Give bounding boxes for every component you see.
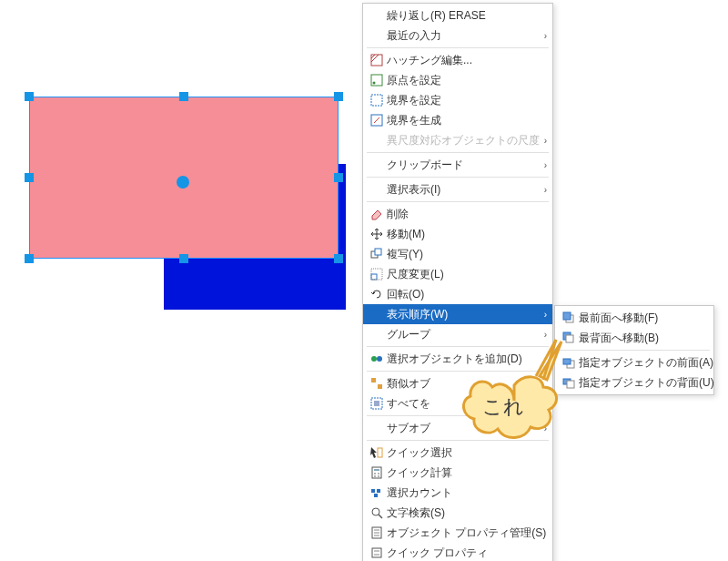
grip-handle[interactable]	[179, 92, 188, 101]
properties-icon	[367, 525, 387, 540]
menu-item-group[interactable]: グループ ›	[363, 324, 552, 344]
menu-item-select-similar[interactable]: 類似オブ	[363, 373, 552, 393]
chevron-right-icon: ›	[540, 136, 547, 146]
menu-item-annotative-scale: 異尺度対応オブジェクトの尺度 ›	[363, 130, 552, 150]
menu-separator	[367, 346, 549, 347]
svg-point-21	[378, 473, 379, 474]
menu-label: 移動(M)	[387, 227, 547, 242]
menu-separator	[367, 415, 549, 416]
menu-label: 原点を設定	[387, 73, 547, 88]
menu-separator	[367, 177, 549, 178]
menu-label: 境界を設定	[387, 93, 547, 108]
grip-handle[interactable]	[334, 92, 343, 101]
menu-label: オブジェクト プロパティ管理(S)	[387, 525, 547, 541]
svg-rect-13	[371, 378, 376, 382]
svg-rect-19	[374, 469, 379, 471]
context-menu: 繰り返し(R) ERASE 最近の入力 › ハッチング編集... 原点を設定 境…	[362, 3, 553, 561]
submenu-item-send-below[interactable]: 指定オブジェクトの背面(U)	[555, 372, 713, 393]
grip-handle[interactable]	[25, 254, 34, 263]
grip-handle[interactable]	[179, 254, 188, 263]
send-below-icon	[559, 375, 579, 390]
menu-item-clipboard[interactable]: クリップボード ›	[363, 155, 552, 175]
grip-center[interactable]	[177, 176, 189, 189]
submenu-item-send-back[interactable]: 最背面へ移動(B)	[555, 328, 713, 348]
menu-item-draw-order[interactable]: 表示順序(W) ›	[363, 304, 552, 324]
grip-handle[interactable]	[334, 173, 343, 182]
svg-point-23	[378, 475, 379, 477]
menu-label: クリップボード	[387, 158, 538, 173]
menu-label: サブオブ	[387, 421, 538, 436]
svg-point-27	[372, 508, 379, 515]
menu-item-quick-calc[interactable]: クイック計算	[363, 463, 552, 483]
menu-item-recent-input[interactable]: 最近の入力 ›	[363, 26, 552, 46]
svg-point-20	[374, 473, 376, 474]
menu-separator	[367, 152, 549, 153]
menu-item-set-boundary[interactable]: 境界を設定	[363, 90, 552, 110]
draw-order-submenu: 最前面へ移動(F) 最背面へ移動(B) 指定オブジェクトの前面(A) 指定オブジ…	[554, 305, 714, 395]
menu-item-gen-boundary[interactable]: 境界を生成	[363, 110, 552, 130]
menu-item-isolate[interactable]: 選択表示(I) ›	[363, 179, 552, 199]
submenu-item-bring-front[interactable]: 最前面へ移動(F)	[555, 308, 713, 328]
menu-item-quick-properties[interactable]: クイック プロパティ	[363, 543, 552, 561]
menu-item-scale[interactable]: 尺度変更(L)	[363, 264, 552, 284]
menu-label: 表示順序(W)	[387, 307, 538, 322]
menu-item-selection-count[interactable]: 選択カウント	[363, 483, 552, 503]
menu-item-set-origin[interactable]: 原点を設定	[363, 70, 552, 90]
svg-rect-8	[375, 249, 381, 255]
menu-label: クイック選択	[387, 445, 547, 461]
quick-select-icon	[367, 445, 387, 460]
menu-item-select-all[interactable]: すべてを	[363, 393, 552, 413]
menu-item-copy[interactable]: 複写(Y)	[363, 244, 552, 264]
svg-rect-16	[374, 401, 379, 406]
add-selected-icon	[367, 352, 387, 366]
move-icon	[367, 227, 387, 241]
origin-icon	[367, 73, 387, 87]
quick-properties-icon	[367, 546, 387, 560]
menu-item-subobject[interactable]: サブオブ ›	[363, 418, 552, 438]
svg-rect-39	[566, 335, 573, 342]
menu-label: クイック プロパティ	[387, 546, 547, 561]
menu-item-find[interactable]: 文字検索(S)	[363, 503, 552, 523]
grip-handle[interactable]	[25, 92, 34, 101]
svg-rect-33	[372, 548, 381, 557]
menu-item-add-selected[interactable]: 選択オブジェクトを追加(D)	[363, 349, 552, 369]
menu-label: 繰り返し(R) ERASE	[387, 8, 547, 24]
svg-line-1	[371, 55, 375, 58]
send-back-icon	[559, 331, 579, 345]
menu-label: グループ	[387, 327, 538, 342]
menu-label: 最前面へ移動(F)	[579, 311, 708, 326]
menu-item-rotate[interactable]: 回転(O)	[363, 284, 552, 304]
svg-rect-17	[378, 448, 382, 457]
copy-icon	[367, 247, 387, 261]
svg-rect-3	[371, 75, 382, 86]
menu-item-repeat[interactable]: 繰り返し(R) ERASE	[363, 5, 552, 26]
menu-label: 選択表示(I)	[387, 182, 538, 198]
bring-above-icon	[559, 355, 579, 370]
chevron-right-icon: ›	[538, 185, 547, 195]
menu-label: ハッチング編集...	[387, 53, 547, 68]
menu-label: クイック計算	[387, 465, 547, 481]
svg-rect-5	[371, 95, 382, 106]
menu-item-erase[interactable]: 削除	[363, 204, 552, 224]
svg-rect-24	[371, 489, 375, 493]
svg-line-28	[379, 515, 382, 518]
menu-item-hatch-edit[interactable]: ハッチング編集...	[363, 50, 552, 70]
menu-label: 最近の入力	[387, 28, 538, 44]
menu-item-quick-select[interactable]: クイック選択	[363, 443, 552, 463]
menu-label: 選択オブジェクトを追加(D)	[387, 352, 547, 367]
svg-point-12	[377, 356, 382, 362]
menu-label: 複写(Y)	[387, 247, 547, 262]
menu-item-properties[interactable]: オブジェクト プロパティ管理(S)	[363, 523, 552, 543]
svg-rect-43	[567, 381, 574, 388]
submenu-item-bring-above[interactable]: 指定オブジェクトの前面(A)	[555, 352, 713, 372]
erase-icon	[367, 207, 387, 221]
menu-separator	[367, 371, 549, 372]
count-icon	[367, 485, 387, 500]
grip-handle[interactable]	[25, 173, 34, 182]
calc-icon	[367, 465, 387, 480]
menu-label: 異尺度対応オブジェクトの尺度	[387, 133, 540, 148]
svg-rect-26	[374, 494, 378, 497]
rotate-icon	[367, 287, 387, 301]
menu-item-move[interactable]: 移動(M)	[363, 224, 552, 244]
grip-handle[interactable]	[334, 254, 343, 263]
